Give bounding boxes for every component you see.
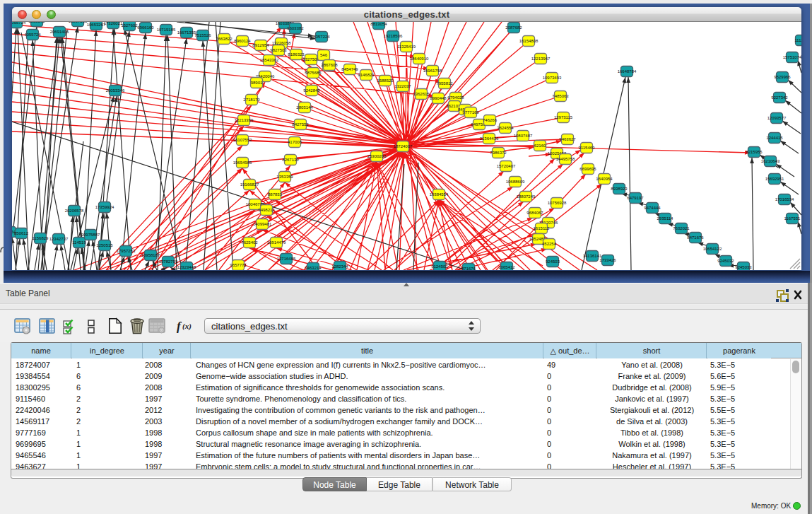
svg-text:7515526: 7515526 xyxy=(194,33,211,37)
svg-text:6966160: 6966160 xyxy=(137,25,154,30)
svg-text:1805572: 1805572 xyxy=(28,22,45,23)
svg-text:8454749: 8454749 xyxy=(341,67,358,71)
svg-text:8427552: 8427552 xyxy=(292,122,309,127)
svg-text:17016534: 17016534 xyxy=(775,197,794,201)
svg-text:8938923: 8938923 xyxy=(611,187,628,191)
svg-text:9827503: 9827503 xyxy=(270,48,287,52)
svg-text:25300203: 25300203 xyxy=(367,154,387,158)
svg-text:19218506: 19218506 xyxy=(384,34,403,38)
svg-text:9474444: 9474444 xyxy=(644,206,661,210)
svg-text:62160: 62160 xyxy=(534,144,546,148)
svg-text:18807249: 18807249 xyxy=(517,194,536,199)
svg-text:1353359: 1353359 xyxy=(276,175,293,179)
svg-text:10958187: 10958187 xyxy=(141,253,160,257)
svg-text:871676: 871676 xyxy=(461,267,476,270)
svg-text:9245032: 9245032 xyxy=(717,259,734,263)
svg-text:16961758: 16961758 xyxy=(423,69,442,73)
svg-text:9463214: 9463214 xyxy=(305,266,322,270)
svg-text:21364436: 21364436 xyxy=(480,136,499,141)
svg-text:8960124: 8960124 xyxy=(234,39,251,43)
svg-text:7625402: 7625402 xyxy=(241,240,258,245)
svg-text:2867608: 2867608 xyxy=(321,63,338,67)
svg-text:9245033: 9245033 xyxy=(735,265,752,269)
svg-text:1615112: 1615112 xyxy=(534,226,551,230)
svg-text:17957253: 17957253 xyxy=(117,249,136,253)
svg-text:8267130: 8267130 xyxy=(282,158,299,162)
svg-text:7632021: 7632021 xyxy=(673,226,690,230)
svg-text:14055724: 14055724 xyxy=(12,22,26,25)
svg-text:8912954: 8912954 xyxy=(252,43,269,47)
svg-text:1167531: 1167531 xyxy=(784,216,801,221)
svg-text:1244415: 1244415 xyxy=(766,136,783,140)
svg-text:15751074: 15751074 xyxy=(783,55,801,59)
svg-text:17326021: 17326021 xyxy=(104,22,123,25)
svg-text:16671355: 16671355 xyxy=(177,30,196,35)
svg-text:111245: 111245 xyxy=(794,38,801,42)
svg-text:1156829: 1156829 xyxy=(33,236,49,240)
svg-text:20053346: 20053346 xyxy=(106,88,125,93)
svg-text:9115460: 9115460 xyxy=(579,146,596,150)
svg-text:9777169: 9777169 xyxy=(462,110,479,115)
svg-text:10688609: 10688609 xyxy=(506,180,525,184)
svg-text:1588520: 1588520 xyxy=(377,78,394,83)
svg-text:17359924: 17359924 xyxy=(95,205,114,209)
svg-text:10756928: 10756928 xyxy=(548,201,567,205)
svg-text:10973493: 10973493 xyxy=(543,76,562,80)
svg-text:15692951: 15692951 xyxy=(765,177,784,181)
svg-text:1250515: 1250515 xyxy=(96,243,113,247)
svg-text:9242848: 9242848 xyxy=(303,88,320,93)
svg-text:6794028: 6794028 xyxy=(447,95,464,100)
svg-text:1527602: 1527602 xyxy=(121,23,138,28)
svg-text:452254: 452254 xyxy=(542,242,557,246)
svg-text:417006: 417006 xyxy=(288,140,302,144)
svg-text:11325419: 11325419 xyxy=(397,45,416,49)
svg-text:9463627: 9463627 xyxy=(559,137,576,141)
svg-text:5875685: 5875685 xyxy=(305,71,322,75)
svg-text:887833: 887833 xyxy=(268,192,283,197)
svg-text:12342737: 12342737 xyxy=(49,237,69,241)
svg-text:14495758: 14495758 xyxy=(556,157,575,161)
svg-text:12213967: 12213967 xyxy=(531,57,551,61)
svg-text:2087682: 2087682 xyxy=(505,25,522,30)
svg-text:19384554: 19384554 xyxy=(430,192,449,197)
svg-text:10807487: 10807487 xyxy=(514,134,533,138)
svg-text:16914479: 16914479 xyxy=(267,240,286,245)
svg-text:12973115: 12973115 xyxy=(554,115,573,119)
svg-text:6699695: 6699695 xyxy=(579,167,596,171)
svg-text:19654985: 19654985 xyxy=(233,160,252,165)
svg-text:20206578: 20206578 xyxy=(65,209,84,213)
svg-text:12213369: 12213369 xyxy=(235,118,254,122)
svg-text:2935114: 2935114 xyxy=(657,216,674,221)
svg-text:4055724: 4055724 xyxy=(24,33,41,37)
svg-text:9124502: 9124502 xyxy=(431,264,448,269)
svg-text:10654122: 10654122 xyxy=(703,247,722,251)
svg-text:f: f xyxy=(177,320,182,333)
svg-text:8813054: 8813054 xyxy=(370,22,387,26)
svg-text:20691406: 20691406 xyxy=(50,30,69,34)
svg-text:13716485: 13716485 xyxy=(277,257,296,261)
svg-text:15720407: 15720407 xyxy=(497,164,516,168)
svg-text:90975887: 90975887 xyxy=(81,233,100,237)
svg-text:2803144: 2803144 xyxy=(296,105,313,110)
svg-text:12093577: 12093577 xyxy=(767,116,787,120)
svg-text:6479197: 6479197 xyxy=(627,196,644,200)
svg-text:546: 546 xyxy=(320,53,328,57)
svg-text:746266: 746266 xyxy=(483,118,498,122)
svg-text:9327506: 9327506 xyxy=(302,57,319,62)
svg-text:(x): (x) xyxy=(182,322,192,331)
svg-text:9146821: 9146821 xyxy=(358,73,375,77)
svg-text:8471676: 8471676 xyxy=(687,235,704,240)
svg-text:7955812: 7955812 xyxy=(436,81,453,86)
svg-text:9498212: 9498212 xyxy=(258,208,275,212)
svg-text:1065412: 1065412 xyxy=(498,265,515,269)
svg-text:8215955: 8215955 xyxy=(746,150,763,154)
svg-text:2718170: 2718170 xyxy=(243,98,260,102)
svg-text:10719185: 10719185 xyxy=(157,28,176,32)
svg-text:7663822: 7663822 xyxy=(216,37,233,41)
svg-text:10897165: 10897165 xyxy=(69,22,88,23)
svg-text:1362615: 1362615 xyxy=(413,92,430,96)
svg-text:924503: 924503 xyxy=(546,259,560,264)
svg-text:16154808: 16154808 xyxy=(519,39,539,43)
svg-text:12323448: 12323448 xyxy=(177,265,196,269)
svg-text:18640910: 18640910 xyxy=(410,57,429,61)
